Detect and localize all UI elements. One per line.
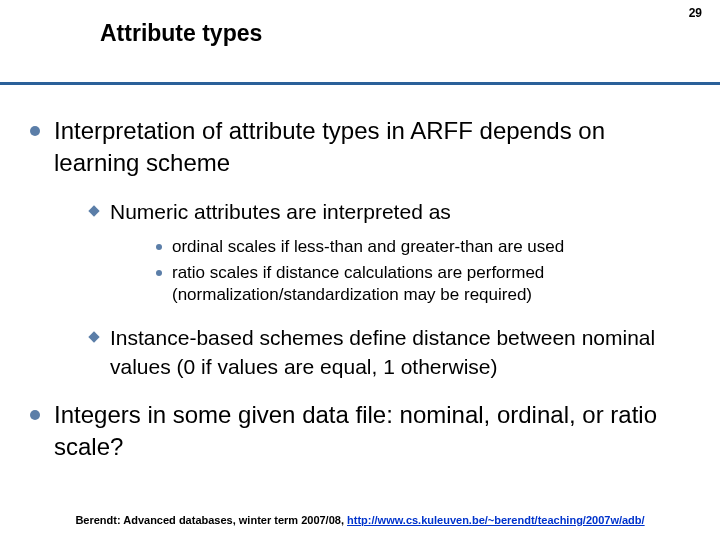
footer-prefix: Berendt: Advanced databases, winter term… <box>75 514 347 526</box>
slide-header: 29 Attribute types <box>0 0 720 70</box>
slide: 29 Attribute types Interpretation of att… <box>0 0 720 540</box>
disc-bullet-icon <box>30 126 40 136</box>
bullet-text: Instance-based schemes define distance b… <box>110 324 690 381</box>
page-number: 29 <box>689 6 702 20</box>
diamond-bullet-icon <box>88 332 99 343</box>
bullet-text: Integers in some given data file: nomina… <box>54 399 690 464</box>
footer-link[interactable]: http://www.cs.kuleuven.be/~berendt/teach… <box>347 514 645 526</box>
bullet-level3: ratio scales if distance calculations ar… <box>156 262 690 306</box>
bullet-level1: Integers in some given data file: nomina… <box>30 399 690 464</box>
bullet-text: ordinal scales if less-than and greater-… <box>172 236 564 258</box>
slide-title: Attribute types <box>100 20 720 47</box>
bullet-level2: Instance-based schemes define distance b… <box>90 324 690 381</box>
bullet-level2: Numeric attributes are interpreted as <box>90 198 690 226</box>
bullet-text: Interpretation of attribute types in ARF… <box>54 115 690 180</box>
slide-content: Interpretation of attribute types in ARF… <box>0 85 720 464</box>
slide-footer: Berendt: Advanced databases, winter term… <box>0 514 720 526</box>
bullet-text: ratio scales if distance calculations ar… <box>172 262 690 306</box>
bullet-level1: Interpretation of attribute types in ARF… <box>30 115 690 180</box>
bullet-level3: ordinal scales if less-than and greater-… <box>156 236 690 258</box>
diamond-bullet-icon <box>88 205 99 216</box>
disc-bullet-icon <box>30 410 40 420</box>
bullet-text: Numeric attributes are interpreted as <box>110 198 451 226</box>
small-disc-bullet-icon <box>156 244 162 250</box>
small-disc-bullet-icon <box>156 270 162 276</box>
